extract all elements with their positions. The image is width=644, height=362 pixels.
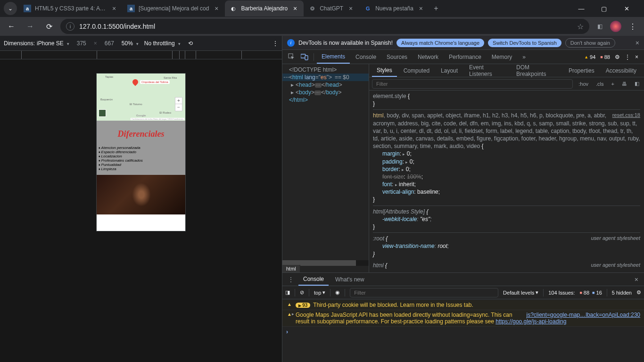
- breadcrumb-html[interactable]: html: [282, 265, 300, 272]
- expand-icon[interactable]: ▸: [292, 312, 294, 316]
- tab-3[interactable]: ❂ChatGPT×: [304, 0, 359, 16]
- tab-4[interactable]: GNueva pestaña×: [359, 0, 429, 16]
- close-icon[interactable]: ×: [632, 276, 641, 283]
- head-node[interactable]: ▸<head>⋯</head>: [282, 81, 369, 89]
- close-icon[interactable]: ×: [636, 39, 639, 47]
- device-menu-icon[interactable]: ⋮: [272, 40, 278, 47]
- zoom-in-button[interactable]: +: [175, 98, 182, 104]
- subtab-a11y[interactable]: Accessibility: [601, 65, 641, 76]
- issues-info[interactable]: 16: [592, 290, 602, 296]
- tab-sources[interactable]: Sources: [382, 51, 412, 63]
- rotate-icon[interactable]: ⟲: [188, 40, 193, 47]
- browser-menu-icon[interactable]: ⋮: [625, 19, 640, 34]
- zoom-select[interactable]: 50%: [122, 40, 139, 47]
- side-panel-icon[interactable]: ◧: [593, 20, 606, 33]
- console-messages[interactable]: 93Third-party cookie will be blocked. Le…: [282, 299, 644, 362]
- tab-2-active[interactable]: ◐Barberia Alejandro×: [225, 0, 304, 16]
- subtab-computed[interactable]: Computed: [399, 65, 434, 76]
- inspect-icon[interactable]: [285, 51, 297, 63]
- settings-icon[interactable]: ⚙: [615, 54, 620, 60]
- dimensions-select[interactable]: Dimensions: iPhone SE: [4, 40, 69, 47]
- bookmark-icon[interactable]: ☆: [577, 22, 584, 31]
- body-node[interactable]: ▸<body>⋯</body>: [282, 89, 369, 96]
- back-button[interactable]: ←: [4, 19, 19, 34]
- tab-performance[interactable]: Performance: [444, 51, 486, 63]
- computed-toggle-icon[interactable]: 🖶: [620, 80, 629, 88]
- console-prompt[interactable]: [282, 327, 644, 337]
- width-input[interactable]: 375: [75, 40, 88, 47]
- styles-rules[interactable]: element.style { } reset.css:18 html, bod…: [369, 90, 644, 272]
- profile-avatar[interactable]: [610, 21, 621, 32]
- tabs-dropdown[interactable]: ⌄: [4, 2, 17, 15]
- rule-selector[interactable]: element.style: [373, 93, 406, 99]
- sidebar-toggle-icon[interactable]: ◨: [285, 289, 290, 296]
- maximize-button[interactable]: ▢: [597, 1, 611, 16]
- errors-badge[interactable]: 88: [600, 54, 610, 60]
- styles-filter-input[interactable]: [372, 79, 573, 89]
- close-icon[interactable]: ×: [347, 5, 355, 12]
- more-icon[interactable]: ⋮: [625, 54, 630, 60]
- switch-language-button[interactable]: Switch DevTools to Spanish: [488, 39, 561, 47]
- map-zoom-control[interactable]: +−: [175, 97, 182, 111]
- console-warning[interactable]: ▸ js?client=google-map…lback=onApiLoad:2…: [282, 310, 644, 327]
- close-devtools-icon[interactable]: ×: [635, 54, 638, 60]
- hov-button[interactable]: :hov: [577, 80, 590, 88]
- warnings-badge[interactable]: 94: [584, 54, 595, 60]
- live-expression-icon[interactable]: ◉: [335, 289, 340, 296]
- drawer-menu-icon[interactable]: ⋮: [285, 276, 297, 283]
- html-node[interactable]: ⋯<html lang="es">== $0: [282, 74, 369, 81]
- zoom-out-button[interactable]: −: [175, 104, 182, 111]
- tabs-overflow-icon[interactable]: »: [518, 51, 530, 63]
- issues-label[interactable]: 104 Issues:: [548, 290, 575, 296]
- doc-link[interactable]: https://goo.gle/js-api-loading: [495, 318, 566, 325]
- throttling-select[interactable]: No throttling: [144, 40, 181, 47]
- doctype-node[interactable]: <!DOCTYPE html>: [282, 66, 369, 74]
- address-bar[interactable]: i 127.0.0.1:5500/index.html ☆: [60, 19, 589, 34]
- tab-console[interactable]: Console: [351, 51, 381, 63]
- rule-selector-list[interactable]: html, body, div, span, applet, object, i…: [373, 112, 640, 150]
- tab-0[interactable]: aHTML5 y CSS3 parte 4: Avan×: [19, 0, 123, 16]
- list-item: Puntualidad: [99, 163, 183, 167]
- close-icon[interactable]: ×: [110, 5, 118, 12]
- new-tab-button[interactable]: +: [429, 2, 443, 15]
- subtab-properties[interactable]: Properties: [564, 65, 599, 76]
- rendering-icon[interactable]: ◧: [633, 80, 641, 88]
- dont-show-button[interactable]: Don't show again: [565, 38, 615, 48]
- log-levels-select[interactable]: Default levels ▾: [503, 289, 538, 296]
- html-close-node[interactable]: </html>: [282, 96, 369, 104]
- map-satellite-toggle[interactable]: [99, 109, 106, 117]
- source-link[interactable]: js?client=google-map…lback=onApiLoad:230: [527, 312, 641, 318]
- tab-network[interactable]: Network: [413, 51, 443, 63]
- issues-errors[interactable]: 88: [579, 290, 589, 296]
- rule-source-link[interactable]: reset.css:18: [612, 112, 640, 119]
- height-input[interactable]: 667: [103, 40, 116, 47]
- subtab-layout[interactable]: Layout: [436, 65, 462, 76]
- console-warning[interactable]: 93Third-party cookie will be blocked. Le…: [282, 300, 644, 310]
- drawer-tab-whatsnew[interactable]: What's new: [330, 274, 369, 285]
- reload-button[interactable]: ⟳: [41, 19, 57, 34]
- minimize-button[interactable]: —: [574, 1, 588, 16]
- close-icon[interactable]: ×: [417, 5, 425, 12]
- close-icon[interactable]: ×: [291, 5, 299, 12]
- device-mode-icon[interactable]: [298, 51, 311, 63]
- match-language-button[interactable]: Always match Chrome's language: [396, 39, 484, 47]
- context-select[interactable]: top ▾: [314, 289, 325, 296]
- console-settings-icon[interactable]: ⚙: [636, 289, 641, 296]
- close-icon[interactable]: ×: [213, 5, 220, 12]
- tab-1[interactable]: a[Sugerencia] Mejora del cod×: [123, 0, 225, 16]
- hidden-count[interactable]: 5 hidden: [612, 290, 632, 296]
- tab-memory[interactable]: Memory: [487, 51, 517, 63]
- close-window-button[interactable]: ✕: [619, 1, 634, 16]
- subtab-styles[interactable]: Styles: [372, 65, 397, 77]
- drawer-tab-console[interactable]: Console: [298, 273, 329, 286]
- elements-tree[interactable]: <!DOCTYPE html> ⋯<html lang="es">== $0 ▸…: [282, 64, 369, 272]
- map-embed[interactable]: Tapias Santa Rita Boquerón El Totumo El …: [97, 74, 185, 121]
- tab-elements[interactable]: Elements: [317, 50, 350, 64]
- console-filter-input[interactable]: [350, 288, 498, 297]
- new-rule-icon[interactable]: +: [610, 80, 616, 88]
- site-info-icon[interactable]: i: [66, 22, 74, 31]
- cls-button[interactable]: .cls: [594, 80, 606, 88]
- device-frame[interactable]: Tapias Santa Rita Boquerón El Totumo El …: [97, 74, 185, 231]
- forward-button[interactable]: →: [23, 19, 38, 34]
- clear-console-icon[interactable]: ⊘: [300, 289, 304, 296]
